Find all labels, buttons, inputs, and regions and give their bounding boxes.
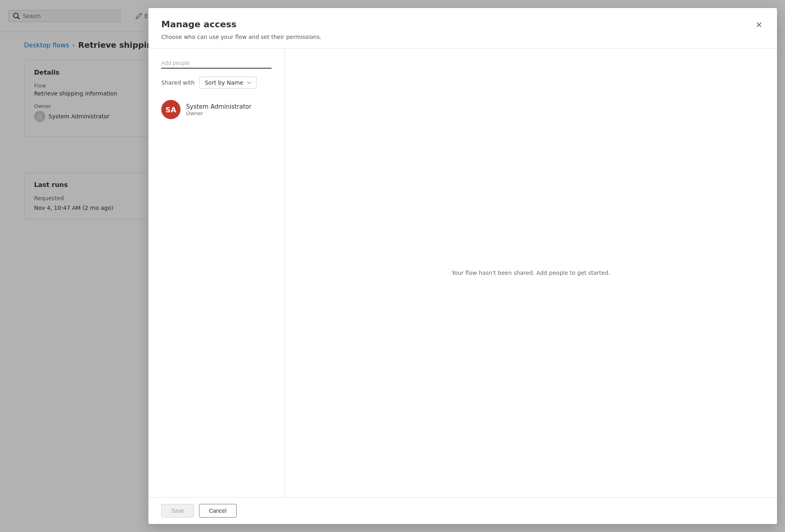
user-initials: SA	[166, 106, 176, 114]
manage-access-modal: Manage access ✕ Choose who can use your …	[148, 8, 777, 524]
modal-subtitle: Choose who can use your flow and set the…	[148, 30, 777, 40]
modal-title-block: Manage access	[161, 19, 237, 29]
user-info: System Administrator Owner	[186, 103, 252, 116]
no-share-message: Your flow hasn't been shared. Add people…	[452, 270, 610, 276]
user-avatar: SA	[161, 100, 181, 119]
modal-save-button[interactable]: Save	[161, 504, 194, 518]
add-people-input[interactable]	[161, 58, 272, 69]
user-role: Owner	[186, 110, 252, 116]
sort-label: Sort by Name	[205, 79, 243, 86]
modal-title: Manage access	[161, 19, 237, 29]
modal-close-button[interactable]: ✕	[754, 19, 764, 30]
modal-header: Manage access ✕	[148, 8, 777, 30]
modal-right-panel: Your flow hasn't been shared. Add people…	[285, 49, 777, 497]
shared-with-label: Shared with	[161, 79, 195, 86]
modal-body: Shared with Sort by Name SA System Admin…	[148, 49, 777, 497]
modal-cancel-button[interactable]: Cancel	[199, 504, 237, 518]
chevron-down-icon	[247, 80, 252, 85]
sort-dropdown[interactable]: Sort by Name	[199, 77, 256, 89]
shared-with-row: Shared with Sort by Name	[161, 77, 272, 89]
user-entry: SA System Administrator Owner	[161, 97, 272, 122]
user-name: System Administrator	[186, 103, 252, 110]
modal-footer: Save Cancel	[148, 497, 777, 524]
modal-left-panel: Shared with Sort by Name SA System Admin…	[148, 49, 285, 497]
